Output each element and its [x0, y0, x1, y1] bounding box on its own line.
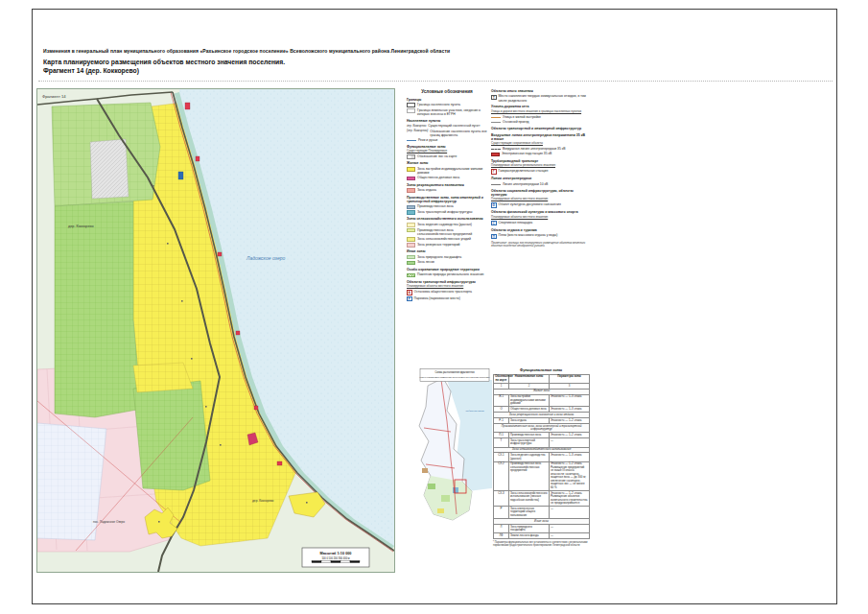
- main-map-frame: Фрагмент 14 дер. Коккорево Ладожское озе…: [36, 88, 395, 573]
- table-cell: Обозначение на карте: [494, 374, 509, 383]
- legend-item-label: Граница населенного пункта: [417, 103, 487, 106]
- legend-item-label: Улица в жилой застройке: [503, 115, 587, 119]
- legend-item: Линия электропередачи 10 кВ: [491, 182, 587, 186]
- legend-section: ГраницыГраница населенного пунктаГраницы…: [407, 98, 487, 117]
- legend-item-label: Реки и ручьи: [418, 138, 487, 142]
- legend-swatch: [407, 243, 415, 248]
- legend-item: Зона сельскохозяйственных угодий: [407, 237, 487, 242]
- legend-section: Иные зоныЗона природного ландшафтаЗона л…: [407, 249, 487, 265]
- table-row: ТЗона транспортной инфраструктуры—: [494, 438, 590, 447]
- legend-section-title: Объекты отдыха и туризма: [491, 228, 587, 232]
- legend-column-1: Условные обозначения ГраницыГраница насе…: [407, 89, 487, 304]
- legend-swatch: [491, 117, 501, 118]
- zones-table-title: Функциональные зоны: [493, 368, 589, 372]
- legend-swatch: [407, 167, 415, 172]
- table-cell: Производственная зона сельскохозяйственн…: [509, 461, 550, 490]
- document-name: Изменения в генеральный план муниципальн…: [43, 48, 599, 54]
- legend-item-label: Объект культурно-досугового назначения: [499, 202, 588, 206]
- table-cell: Параметры зоны: [550, 374, 590, 383]
- table-cell: Л: [494, 524, 509, 532]
- legend-section: Объекты транспортной и инженерной инфрас…: [491, 127, 587, 130]
- legend-item-label: Зона сельскохозяйственных угодий: [417, 237, 487, 241]
- legend-item-label: Основной проезд: [503, 120, 587, 124]
- legend-item: Зона лесов: [407, 260, 487, 265]
- legend-item-label: Остановка общественного транспорта: [414, 290, 488, 294]
- map-sheet-page: Изменения в генеральный план муниципальн…: [0, 0, 868, 614]
- legend-item-label: Зона резервных территорий: [417, 243, 487, 247]
- map-title-line2: Фрагмент 14 (дер. Коккорево): [43, 66, 599, 75]
- legend-swatch: [491, 149, 501, 150]
- legend-section: Зоны сельскохозяйственного использования…: [407, 217, 487, 247]
- table-cell: СХ-2: [494, 461, 509, 490]
- legend-item-label: Зона застройки индивидуальными жилыми до…: [417, 167, 487, 176]
- table-row: СХ-2Производственная зона сельскохозяйст…: [494, 461, 590, 490]
- table-row: ЛЗона природного ландшафта—: [494, 524, 590, 532]
- scale-segments: [312, 561, 360, 563]
- table-cell: Производственные зоны, зоны инженерной и…: [494, 423, 590, 432]
- legend-item-label: Общественно-деловая зона: [417, 176, 487, 179]
- header-separator: [38, 81, 833, 82]
- legend-section: Линии электропередачиЛиния электропереда…: [491, 177, 587, 186]
- legend-item: Зона природного ландшафта: [407, 255, 487, 260]
- legend-swatch: [491, 184, 501, 185]
- legend-section: Жилые зоныЗона застройки индивидуальными…: [407, 161, 487, 180]
- legend-item-label: Спортивная площадка: [499, 221, 588, 224]
- table-cell: Т: [494, 438, 509, 447]
- legend-item-label: Существующий населенный пункт: [428, 124, 487, 128]
- legend-section: Объекты социальной инфраструктуры, объек…: [491, 189, 587, 208]
- scale-title: Масштаб 1:10 000: [320, 552, 352, 555]
- legend-section: Зоны рекреационного назначенияЗона отдых…: [407, 183, 487, 193]
- legend-item: Общественно-деловая зона: [407, 176, 487, 180]
- inset-title-line1: Схема расположения фрагментов: [434, 370, 475, 374]
- legend-swatch: А: [407, 290, 412, 295]
- legend-item: Производственная зона сельскохозяйственн…: [407, 228, 487, 237]
- legend-swatch: Г: [491, 169, 497, 175]
- legend-section-title: Зоны рекреационного назначения: [407, 183, 487, 187]
- inset-lake-label: Ладожское озеро: [464, 410, 484, 413]
- legend-item: Улица в жилой застройке: [491, 115, 587, 119]
- zones-table-footnote: * Параметры функциональных зон установле…: [493, 541, 589, 547]
- legend-swatch: [407, 140, 416, 141]
- map-title-line1: Карта планируемого размещения объектов м…: [43, 58, 599, 66]
- legend-item: Зона ведения садоводства (дачная): [407, 223, 487, 227]
- table-cell: СХ-1: [494, 453, 509, 461]
- legend-title: Условные обозначения: [407, 89, 487, 95]
- legend-item: дер. КоккоревоСуществующий населенный пу…: [407, 124, 487, 128]
- table-cell: ЛФ: [494, 533, 509, 539]
- legend-subsection-title: Существующие сохраняемые объекты: [491, 142, 587, 146]
- table-cell: —: [550, 507, 590, 519]
- legend-subsection-title: Планируемые объекты местного значения: [491, 216, 587, 220]
- legend-item: ССпортивная площадка: [491, 221, 587, 226]
- legend-item-label: Производственная зона: [417, 204, 487, 208]
- legend-swatch: [407, 228, 415, 233]
- legend-section-title: Зоны сельскохозяйственного использования: [407, 217, 487, 221]
- legend-swatch: дер. Коккорево: [407, 125, 426, 129]
- legend-item-label: Воздушная линия электропередачи 35 кВ: [503, 147, 587, 151]
- legend-swatch: [407, 273, 415, 278]
- legend-item: Зона транспортной инфраструктуры: [407, 210, 487, 215]
- legend-item-label: Зона отдыха: [417, 188, 487, 192]
- legend-swatch: [407, 255, 415, 260]
- legend-section: Особо охраняемые природные территорииПам…: [407, 268, 487, 277]
- legend-item-label: Производственная зона сельскохозяйственн…: [417, 228, 487, 237]
- legend-swatch: [407, 210, 415, 215]
- village-north-label: дер. Коккорево: [68, 224, 94, 228]
- legend-section: Улично-дорожная сетьУлицы и дороги местн…: [491, 105, 587, 124]
- legend-section: Объекты отдыха и туризмаППляж (место мас…: [491, 228, 587, 239]
- table-cell: —: [550, 533, 590, 539]
- table-cell: СХ-3: [494, 490, 509, 506]
- legend-item-label: Линия электропередачи 10 кВ: [503, 182, 587, 186]
- legend-swatch: [491, 122, 501, 123]
- legend-section: Воздушные линии электропередачи напряжен…: [491, 133, 587, 157]
- table-cell: —: [550, 524, 590, 532]
- legend-swatch: [407, 261, 415, 266]
- table-row: Производственные зоны, зоны инженерной и…: [494, 423, 590, 432]
- inset-map: Схема расположения фрагментов «Карты пла…: [399, 368, 492, 528]
- legend-subsection-title: Планируемые объекты местного значения: [407, 285, 487, 289]
- table-cell: Зона озелененных территорий общего польз…: [509, 507, 550, 519]
- main-map: Фрагмент 14 дер. Коккорево Ладожское озе…: [37, 89, 394, 572]
- table-row: Ж-1Зона застройки индивидуальными жилыми…: [494, 394, 590, 407]
- legend-item: (дер. Коккорево)Обозначение населенного …: [407, 130, 487, 138]
- legend-section-title: Границы: [407, 98, 487, 102]
- legend-item-label: Зона транспортной инфраструктуры: [417, 210, 487, 214]
